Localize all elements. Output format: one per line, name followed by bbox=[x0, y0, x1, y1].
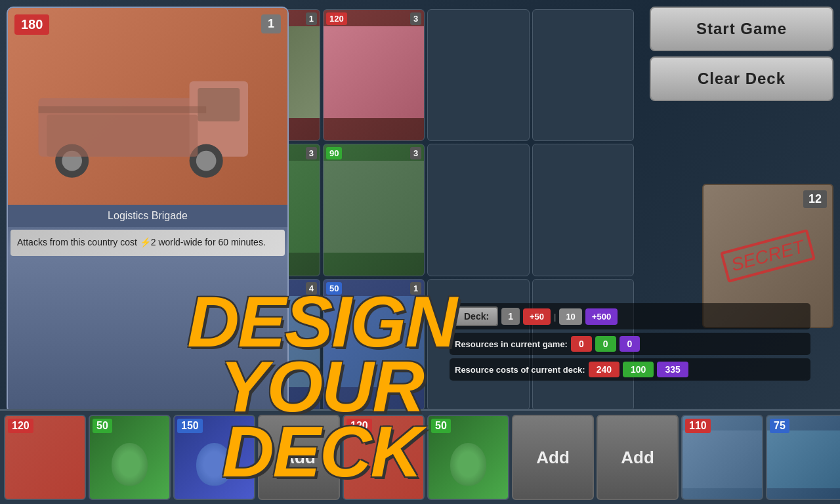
svg-rect-2 bbox=[198, 88, 240, 121]
svg-rect-8 bbox=[47, 115, 198, 157]
svg-rect-7 bbox=[39, 106, 207, 113]
selected-card-name: Logistics Brigade bbox=[8, 205, 287, 227]
tray-card-6[interactable]: 50 bbox=[427, 415, 509, 500]
tray-add-button-3[interactable]: Add bbox=[597, 415, 679, 500]
deck-count-display: 10 bbox=[559, 308, 581, 325]
tray-card-1-cost: 120 bbox=[8, 419, 33, 433]
plus50-button[interactable]: +50 bbox=[523, 308, 551, 325]
secret-card-count: 12 bbox=[803, 190, 827, 208]
resources-row: Resources in current game: 0 0 0 bbox=[450, 333, 810, 355]
card-cell-empty3 bbox=[532, 9, 634, 141]
bottom-tray: 120 50 150 Add 120 50 bbox=[0, 409, 840, 504]
resource-purple-value: 0 bbox=[620, 336, 640, 352]
cost-purple-value: 335 bbox=[657, 362, 688, 377]
tray-card-6-cost: 50 bbox=[431, 419, 451, 433]
tray-card-9-cost: 110 bbox=[685, 419, 711, 433]
card-cell[interactable]: 50 1 bbox=[323, 279, 425, 411]
tray-card-2[interactable]: 50 bbox=[89, 415, 171, 500]
tray-card-5[interactable]: 120 bbox=[343, 415, 425, 500]
deck-label-btn[interactable]: Deck: bbox=[455, 306, 498, 326]
svg-point-6 bbox=[196, 151, 217, 171]
resources-label: Resources in current game: bbox=[455, 339, 568, 349]
tray-add-button-1[interactable]: Add bbox=[258, 415, 340, 500]
card-cost: 120 bbox=[326, 12, 347, 25]
card-cell[interactable]: 120 3 bbox=[323, 9, 425, 141]
selected-card-cost: 180 bbox=[14, 14, 49, 35]
tray-card-3-cost: 150 bbox=[177, 419, 203, 433]
deck-controls-panel: Deck: 1 +50 | 10 +500 Resources in curre… bbox=[450, 303, 810, 381]
costs-row: Resource costs of current deck: 240 100 … bbox=[450, 358, 810, 381]
tray-card-5-cost: 120 bbox=[346, 419, 372, 433]
selected-card-image bbox=[8, 8, 287, 205]
deck-value: 1 bbox=[501, 308, 520, 325]
card-cell-empty2 bbox=[427, 9, 529, 141]
costs-label: Resource costs of current deck: bbox=[455, 365, 585, 375]
tray-card-1[interactable]: 120 bbox=[4, 415, 86, 500]
card-count: 1 bbox=[306, 12, 317, 25]
tray-add-button-2[interactable]: Add bbox=[512, 415, 594, 500]
resource-green-value: 0 bbox=[595, 336, 616, 352]
card-count: 3 bbox=[410, 12, 421, 25]
card-count: 3 bbox=[410, 147, 421, 159]
plus500-button[interactable]: +500 bbox=[585, 308, 618, 325]
tray-card-9[interactable]: 110 bbox=[681, 415, 763, 500]
separator: | bbox=[554, 312, 556, 322]
main-container: 100 3 110 1 120 3 180 1 65 2 70 3 bbox=[0, 0, 840, 504]
cost-green-value: 100 bbox=[623, 362, 654, 377]
deck-row: Deck: 1 +50 | 10 +500 bbox=[450, 303, 810, 329]
clear-deck-button[interactable]: Clear Deck bbox=[650, 56, 833, 101]
start-game-button[interactable]: Start Game bbox=[650, 7, 833, 51]
secret-stamp: SECRET bbox=[720, 229, 815, 283]
card-cost: 50 bbox=[326, 282, 342, 295]
cost-red-value: 240 bbox=[589, 362, 620, 377]
selected-card-description: Attacks from this country cost ⚡2 world-… bbox=[10, 230, 285, 256]
card-cost: 90 bbox=[326, 147, 342, 159]
card-count: 4 bbox=[306, 282, 317, 295]
tray-card-10[interactable]: 75 bbox=[766, 415, 840, 500]
selected-card[interactable]: 180 1 Logistics Brigade Attacks from thi… bbox=[7, 7, 289, 413]
card-cell[interactable]: 90 3 bbox=[323, 144, 425, 276]
resource-red-value: 0 bbox=[571, 336, 592, 352]
card-count: 1 bbox=[410, 282, 421, 295]
selected-card-count: 1 bbox=[261, 14, 281, 33]
card-cell-empty5 bbox=[532, 144, 634, 276]
card-count: 3 bbox=[306, 147, 317, 159]
card-cell-empty4 bbox=[427, 144, 529, 276]
right-panel: Start Game Clear Deck bbox=[650, 7, 833, 101]
tray-card-10-cost: 75 bbox=[770, 419, 789, 433]
tray-card-3[interactable]: 150 bbox=[173, 415, 255, 500]
tray-card-2-cost: 50 bbox=[93, 419, 112, 433]
